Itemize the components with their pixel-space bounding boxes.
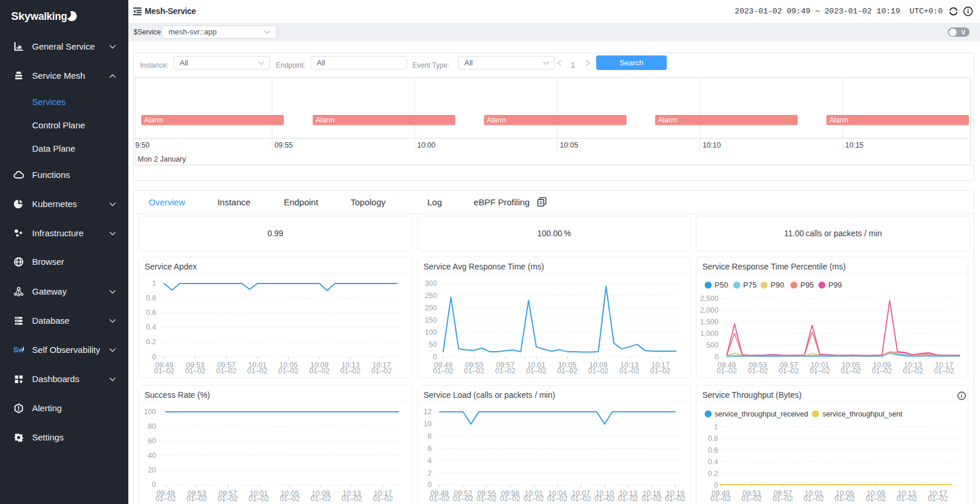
svg-text:01–02: 01–02 <box>342 495 362 503</box>
svg-text:01–02: 01–02 <box>620 367 640 375</box>
svg-text:01–02: 01–02 <box>187 495 207 503</box>
svg-text:01–02: 01–02 <box>156 495 176 503</box>
svg-text:01–02: 01–02 <box>218 495 238 503</box>
svg-text:P50: P50 <box>715 281 728 289</box>
svg-text:0.8: 0.8 <box>146 294 156 302</box>
svg-text:01–02: 01–02 <box>642 495 662 503</box>
svg-text:01–02: 01–02 <box>779 367 799 375</box>
svg-text:Alarm: Alarm <box>658 116 677 124</box>
svg-text:8: 8 <box>428 432 432 440</box>
svg-text:01–02: 01–02 <box>588 367 608 375</box>
svg-text:01–02: 01–02 <box>717 367 737 375</box>
svg-text:40: 40 <box>148 452 156 460</box>
svg-text:10:00: 10:00 <box>417 141 435 149</box>
svg-text:0: 0 <box>428 481 432 489</box>
svg-text:1: 1 <box>152 279 156 288</box>
svg-text:0: 0 <box>152 481 156 489</box>
svg-text:01–02: 01–02 <box>866 495 886 503</box>
svg-text:01–02: 01–02 <box>897 495 917 503</box>
svg-text:01–02: 01–02 <box>903 367 923 375</box>
svg-text:01–02: 01–02 <box>500 495 520 503</box>
svg-text:01–02: 01–02 <box>340 367 360 375</box>
svg-text:Alarm: Alarm <box>144 116 163 124</box>
svg-text:0: 0 <box>152 353 156 361</box>
svg-text:01–02: 01–02 <box>748 367 768 375</box>
svg-text:01–02: 01–02 <box>495 367 516 375</box>
svg-text:Mon 2 January: Mon 2 January <box>138 155 186 163</box>
svg-text:0.6: 0.6 <box>708 446 718 454</box>
svg-text:01–02: 01–02 <box>804 495 824 503</box>
svg-text:01–02: 01–02 <box>464 367 485 375</box>
svg-text:9:50: 9:50 <box>135 141 149 149</box>
svg-text:2,000: 2,000 <box>700 306 718 314</box>
svg-text:01–02: 01–02 <box>841 367 861 375</box>
svg-text:0: 0 <box>714 481 718 489</box>
svg-text:Alarm: Alarm <box>316 116 335 124</box>
svg-text:01–02: 01–02 <box>433 367 453 375</box>
svg-text:1: 1 <box>714 423 718 431</box>
svg-text:01–02: 01–02 <box>429 495 450 503</box>
svg-text:01–02: 01–02 <box>665 495 685 503</box>
svg-text:500: 500 <box>706 341 719 349</box>
svg-text:01–02: 01–02 <box>311 495 331 503</box>
svg-text:service_throughput_sent: service_throughput_sent <box>822 410 902 418</box>
svg-text:60: 60 <box>148 437 156 445</box>
svg-text:01–02: 01–02 <box>477 495 497 503</box>
svg-text:0: 0 <box>433 353 437 361</box>
svg-text:01–02: 01–02 <box>557 367 578 375</box>
svg-text:80: 80 <box>148 422 156 430</box>
svg-text:01–02: 01–02 <box>249 495 269 503</box>
svg-text:01–02: 01–02 <box>934 367 954 375</box>
svg-text:01–02: 01–02 <box>524 495 544 503</box>
svg-text:1,000: 1,000 <box>700 330 718 338</box>
svg-text:01–02: 01–02 <box>810 367 830 375</box>
svg-text:P95: P95 <box>800 281 814 289</box>
svg-text:service_throughput_received: service_throughput_received <box>715 410 808 418</box>
svg-text:20: 20 <box>148 466 156 474</box>
svg-text:01–02: 01–02 <box>594 495 615 503</box>
svg-text:01–02: 01–02 <box>154 367 174 375</box>
svg-text:12: 12 <box>424 408 432 416</box>
svg-text:01–02: 01–02 <box>216 367 237 375</box>
svg-text:0.4: 0.4 <box>708 458 718 466</box>
svg-text:1,500: 1,500 <box>700 318 718 326</box>
svg-text:50: 50 <box>429 341 437 349</box>
svg-text:01–02: 01–02 <box>278 367 299 375</box>
svg-text:200: 200 <box>425 304 437 312</box>
svg-text:01–02: 01–02 <box>453 495 473 503</box>
svg-text:2,500: 2,500 <box>700 295 718 303</box>
svg-text:Alarm: Alarm <box>487 116 506 124</box>
svg-text:10: 10 <box>424 420 432 428</box>
svg-text:250: 250 <box>425 292 437 300</box>
svg-text:0.4: 0.4 <box>146 323 156 331</box>
svg-text:01–02: 01–02 <box>772 495 793 503</box>
svg-text:01–02: 01–02 <box>373 495 393 503</box>
svg-text:09:55: 09:55 <box>275 141 293 149</box>
svg-text:01–02: 01–02 <box>526 367 547 375</box>
svg-text:01–02: 01–02 <box>835 495 855 503</box>
svg-text:150: 150 <box>425 316 437 324</box>
svg-text:01–02: 01–02 <box>710 495 731 503</box>
svg-text:10:10: 10:10 <box>702 141 720 149</box>
svg-text:01–02: 01–02 <box>741 495 762 503</box>
svg-text:0.2: 0.2 <box>146 338 156 346</box>
svg-text:01–02: 01–02 <box>872 367 892 375</box>
svg-text:01–02: 01–02 <box>309 367 330 375</box>
svg-text:2: 2 <box>428 469 432 477</box>
svg-text:100: 100 <box>425 328 437 337</box>
svg-text:6: 6 <box>428 444 432 453</box>
svg-text:100: 100 <box>144 408 156 416</box>
svg-text:0.6: 0.6 <box>146 309 156 317</box>
svg-text:01–02: 01–02 <box>650 367 671 375</box>
svg-text:01–02: 01–02 <box>547 495 568 503</box>
svg-text:01–02: 01–02 <box>618 495 638 503</box>
svg-text:10:05: 10:05 <box>560 141 578 149</box>
svg-text:P75: P75 <box>743 281 757 289</box>
svg-text:0.8: 0.8 <box>708 435 718 443</box>
svg-text:0: 0 <box>715 353 719 361</box>
svg-text:01–02: 01–02 <box>571 495 592 503</box>
svg-text:4: 4 <box>428 457 432 465</box>
svg-text:P99: P99 <box>828 281 842 289</box>
svg-text:P90: P90 <box>771 281 784 289</box>
svg-text:300: 300 <box>425 279 437 288</box>
